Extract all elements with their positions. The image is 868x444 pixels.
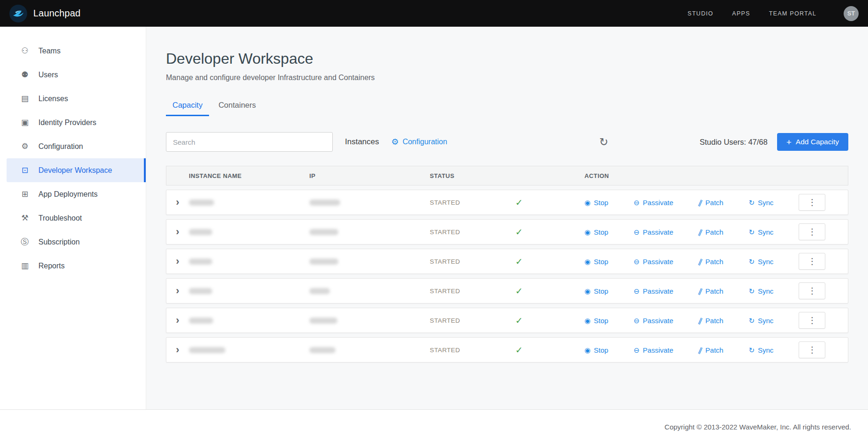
- sync-action[interactable]: ↻ Sync: [748, 258, 773, 266]
- sync-icon: ↻: [748, 229, 755, 236]
- row-menu-button[interactable]: ⋮: [799, 223, 825, 240]
- kebab-icon: ⋮: [808, 315, 816, 326]
- sync-action-label: Sync: [758, 317, 773, 325]
- sync-action-label: Sync: [758, 228, 773, 236]
- status-text: STARTED: [430, 347, 460, 354]
- developer-workspace-icon: ⊡: [20, 165, 30, 175]
- status-text: STARTED: [430, 229, 460, 236]
- teams-icon: ⚇: [20, 46, 30, 56]
- patch-action[interactable]: ∥ Patch: [699, 228, 724, 236]
- passivate-action[interactable]: ⊖ Passivate: [634, 199, 673, 207]
- status-check-icon: ✓: [516, 227, 523, 237]
- stop-action[interactable]: ◉ Stop: [584, 258, 608, 266]
- sidebar-item-identity-providers[interactable]: ▣ Identity Providers: [7, 111, 146, 134]
- passivate-action[interactable]: ⊖ Passivate: [634, 258, 673, 266]
- row-menu-button[interactable]: ⋮: [799, 312, 825, 329]
- sync-action[interactable]: ↻ Sync: [748, 228, 773, 236]
- kebab-icon: ⋮: [808, 286, 816, 296]
- stop-action-label: Stop: [594, 258, 608, 266]
- row-expand-toggle[interactable]: ›: [166, 226, 189, 238]
- tab-containers[interactable]: Containers: [212, 96, 262, 116]
- stop-action[interactable]: ◉ Stop: [584, 346, 608, 354]
- stop-action-label: Stop: [594, 199, 608, 207]
- kebab-icon: ⋮: [808, 227, 816, 237]
- topnav-apps[interactable]: APPS: [732, 10, 750, 17]
- table-row: › STARTED ✓ ◉ Stop ⊖ Passivate ∥ Patch: [166, 308, 848, 333]
- passivate-icon: ⊖: [634, 199, 640, 206]
- sidebar-item-app-deployments[interactable]: ⊞ App Deployments: [7, 182, 146, 206]
- passivate-action-label: Passivate: [643, 317, 673, 325]
- passivate-action[interactable]: ⊖ Passivate: [634, 287, 673, 295]
- sync-action[interactable]: ↻ Sync: [748, 287, 773, 295]
- sidebar-item-teams[interactable]: ⚇ Teams: [7, 39, 146, 63]
- topnav-team-portal[interactable]: TEAM PORTAL: [769, 10, 816, 17]
- sidebar-item-developer-workspace[interactable]: ⊡ Developer Workspace: [7, 158, 146, 182]
- action-cell: ◉ Stop ⊖ Passivate ∥ Patch ↻ Sync ⋮: [584, 341, 848, 358]
- sidebar-item-reports[interactable]: ▥ Reports: [7, 254, 146, 278]
- sidebar-item-troubleshoot[interactable]: ⚒ Troubleshoot: [7, 206, 146, 230]
- sync-action-label: Sync: [758, 258, 773, 266]
- row-menu-button[interactable]: ⋮: [799, 341, 825, 358]
- ip-cell: [309, 318, 430, 324]
- patch-action-label: Patch: [705, 287, 723, 295]
- configuration-link-label: Configuration: [403, 138, 447, 146]
- row-expand-toggle[interactable]: ›: [166, 255, 189, 267]
- row-expand-toggle[interactable]: ›: [166, 196, 189, 208]
- column-header: STATUS: [430, 172, 584, 179]
- stop-action[interactable]: ◉ Stop: [584, 287, 608, 295]
- sidebar-item-subscription[interactable]: Ⓢ Subscription: [7, 230, 146, 254]
- status-cell: STARTED ✓: [430, 286, 584, 296]
- chevron-right-icon: ›: [176, 285, 179, 296]
- chevron-right-icon: ›: [176, 226, 179, 237]
- sync-action[interactable]: ↻ Sync: [748, 346, 773, 354]
- configuration-link[interactable]: ⚙ Configuration: [391, 138, 447, 146]
- stop-action[interactable]: ◉ Stop: [584, 199, 608, 207]
- row-expand-toggle[interactable]: ›: [166, 344, 189, 356]
- status-text: STARTED: [430, 288, 460, 295]
- patch-action[interactable]: ∥ Patch: [699, 258, 724, 266]
- patch-action[interactable]: ∥ Patch: [699, 317, 724, 325]
- action-cell: ◉ Stop ⊖ Passivate ∥ Patch ↻ Sync ⋮: [584, 312, 848, 329]
- row-expand-toggle[interactable]: ›: [166, 314, 189, 326]
- passivate-action[interactable]: ⊖ Passivate: [634, 228, 673, 236]
- redacted-ip: [309, 200, 340, 206]
- passivate-action-label: Passivate: [643, 258, 673, 266]
- ip-cell: [309, 347, 430, 353]
- status-text: STARTED: [430, 258, 460, 265]
- copyright-text: Copyright © 2013-2022 WaveMaker, Inc. Al…: [665, 423, 851, 431]
- sidebar-item-users[interactable]: ⚉ Users: [7, 63, 146, 87]
- stop-action[interactable]: ◉ Stop: [584, 317, 608, 325]
- add-capacity-button[interactable]: + Add Capacity: [777, 133, 848, 151]
- sidebar-item-licenses[interactable]: ▤ Licenses: [7, 87, 146, 111]
- user-avatar[interactable]: ST: [844, 6, 859, 21]
- stop-icon: ◉: [584, 288, 591, 295]
- sidebar-item-label: Licenses: [38, 95, 68, 103]
- patch-icon: ∥: [697, 258, 703, 266]
- row-expand-toggle[interactable]: ›: [166, 285, 189, 297]
- redacted-instance-name: [189, 259, 212, 265]
- row-menu-button[interactable]: ⋮: [799, 282, 825, 299]
- stop-action[interactable]: ◉ Stop: [584, 228, 608, 236]
- sync-icon: ↻: [748, 317, 755, 324]
- patch-action[interactable]: ∥ Patch: [699, 287, 724, 295]
- patch-action-label: Patch: [705, 228, 723, 236]
- row-menu-button[interactable]: ⋮: [799, 194, 825, 211]
- passivate-action[interactable]: ⊖ Passivate: [634, 346, 673, 354]
- row-menu-button[interactable]: ⋮: [799, 253, 825, 270]
- sync-action[interactable]: ↻ Sync: [748, 199, 773, 207]
- patch-action[interactable]: ∥ Patch: [699, 346, 724, 354]
- sync-action[interactable]: ↻ Sync: [748, 317, 773, 325]
- topnav-studio[interactable]: STUDIO: [688, 10, 713, 17]
- action-cell: ◉ Stop ⊖ Passivate ∥ Patch ↻ Sync ⋮: [584, 223, 848, 240]
- passivate-action[interactable]: ⊖ Passivate: [634, 317, 673, 325]
- configuration-icon: ⚙: [20, 141, 30, 151]
- redacted-instance-name: [189, 200, 214, 206]
- sidebar-item-configuration[interactable]: ⚙ Configuration: [7, 134, 146, 158]
- app-deployments-icon: ⊞: [20, 189, 30, 199]
- patch-action[interactable]: ∥ Patch: [699, 199, 724, 207]
- search-input[interactable]: [166, 132, 333, 152]
- refresh-icon[interactable]: ↻: [599, 137, 608, 148]
- tab-capacity[interactable]: Capacity: [166, 96, 209, 116]
- add-capacity-label: Add Capacity: [796, 138, 839, 146]
- passivate-icon: ⊖: [634, 347, 640, 354]
